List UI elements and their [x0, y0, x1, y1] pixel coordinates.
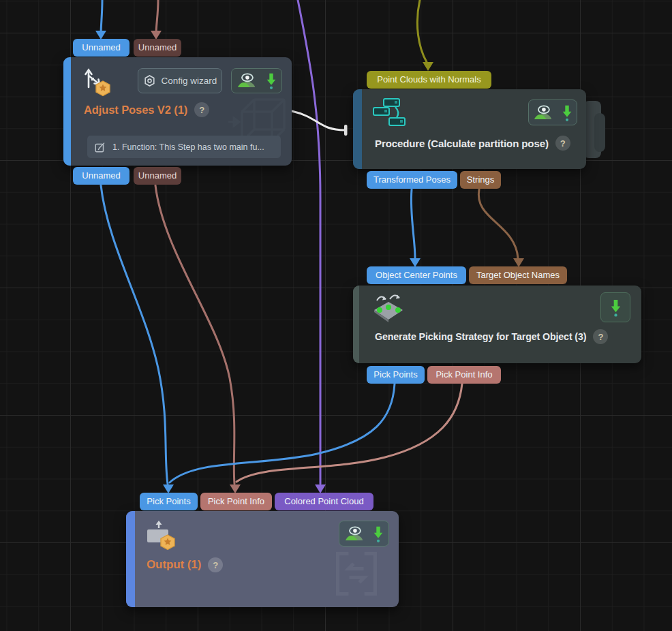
wire-terminator	[344, 125, 348, 136]
port-generate-out-pick-points[interactable]: Pick Points	[367, 366, 425, 384]
node-action-buttons[interactable]	[339, 521, 389, 547]
node-accent-bar	[353, 89, 362, 169]
port-procedure-in-point-clouds[interactable]: Point Clouds with Normals	[367, 71, 491, 89]
step-description-bar[interactable]: 1. Function: This Step has two main fu..…	[87, 136, 281, 158]
wire-point-clouds[interactable]	[417, 0, 427, 62]
wire-unnamed-to-pick-points[interactable]	[101, 185, 168, 484]
port-procedure-out-transformed-poses[interactable]: Transformed Poses	[367, 171, 457, 189]
node-title: Output (1)	[147, 558, 201, 572]
port-procedure-out-strings[interactable]: Strings	[460, 171, 501, 189]
run-button[interactable]	[600, 292, 630, 322]
help-badge[interactable]: ?	[194, 102, 209, 117]
port-output-in-pick-point-info[interactable]: Pick Point Info	[200, 493, 272, 510]
wire-strings[interactable]	[478, 189, 518, 258]
wire-unnamed-to-pick-point-info[interactable]	[155, 185, 234, 484]
wire-into-unnamed-maroon[interactable]	[156, 0, 158, 35]
step-description-text: 1. Function: This Step has two main fu..…	[112, 142, 264, 152]
help-badge[interactable]: ?	[208, 557, 223, 572]
hexagon-gear-icon	[143, 74, 156, 87]
swap-brackets-watermark-icon	[331, 548, 382, 600]
wire-colored-point-cloud[interactable]	[298, 0, 320, 484]
node-adjust-poses[interactable]: Config wizard Adjust Poses V2 (1) ? 1. F…	[63, 57, 292, 166]
node-title: Adjust Poses V2 (1)	[84, 104, 187, 117]
help-badge[interactable]: ?	[555, 136, 570, 151]
wire-into-unnamed-blue[interactable]	[101, 0, 102, 35]
node-generate-picking-strategy[interactable]: Generate Picking Strategy for Target Obj…	[353, 286, 641, 363]
run-arrow-icon	[372, 524, 384, 544]
help-badge[interactable]: ?	[593, 329, 608, 344]
port-output-in-pick-points[interactable]: Pick Points	[140, 493, 198, 510]
picking-strategy-icon	[371, 292, 406, 324]
port-adjust-in-unnamed-1[interactable]: Unnamed	[73, 39, 129, 57]
visibility-eye-icon	[533, 104, 553, 122]
port-output-in-colored-point-cloud[interactable]: Colored Point Cloud	[275, 493, 373, 510]
wire-transformed-poses[interactable]	[411, 189, 415, 258]
port-adjust-out-unnamed-2[interactable]: Unnamed	[134, 167, 181, 185]
run-arrow-icon	[265, 71, 277, 91]
node-graph-canvas[interactable]: { "palette": { "background": "#131313", …	[0, 0, 672, 631]
adjust-poses-icon	[82, 65, 112, 97]
node-action-buttons[interactable]	[528, 99, 577, 125]
output-tray-icon	[145, 519, 177, 552]
visibility-eye-icon	[344, 525, 365, 543]
node-accent-bar	[353, 286, 359, 363]
wire-pick-point-info[interactable]	[236, 384, 462, 482]
run-arrow-icon	[561, 103, 573, 123]
edit-pencil-icon	[94, 141, 106, 153]
port-generate-in-object-center-points[interactable]: Object Center Points	[367, 266, 466, 284]
procedure-stack-tab-2	[594, 113, 605, 152]
node-output[interactable]: Output (1) ?	[126, 511, 399, 607]
port-generate-out-pick-point-info[interactable]: Pick Point Info	[427, 366, 501, 384]
run-arrow-icon	[609, 297, 622, 318]
wire-pick-points[interactable]	[170, 384, 395, 482]
port-adjust-in-unnamed-2[interactable]: Unnamed	[134, 39, 181, 57]
node-title: Generate Picking Strategy for Target Obj…	[375, 331, 586, 342]
node-accent-bar	[126, 511, 135, 607]
config-wizard-label: Config wizard	[162, 76, 217, 86]
config-wizard-button[interactable]: Config wizard	[138, 68, 222, 93]
visibility-eye-icon	[236, 72, 257, 90]
node-accent-bar	[63, 57, 71, 166]
procedure-flowchart-icon	[372, 97, 406, 128]
arrowhead-point-clouds	[423, 62, 433, 71]
port-adjust-out-unnamed-1[interactable]: Unnamed	[73, 167, 129, 185]
port-generate-in-target-object-names[interactable]: Target Object Names	[469, 266, 567, 284]
node-title: Procedure (Calculate partition pose)	[375, 138, 549, 149]
node-action-buttons[interactable]	[231, 68, 282, 93]
node-procedure[interactable]: Procedure (Calculate partition pose) ?	[353, 89, 586, 169]
